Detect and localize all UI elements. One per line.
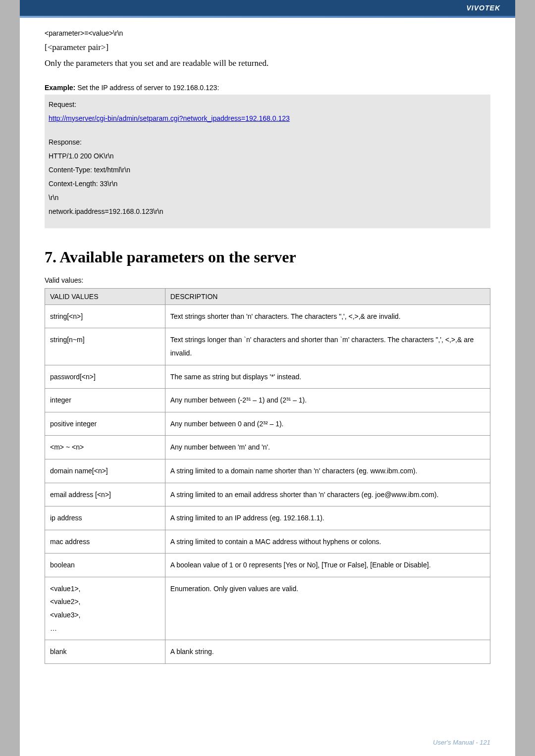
table-row: booleanA boolean value of 1 or 0 represe… (45, 554, 490, 577)
col-header-description: DESCRIPTION (165, 288, 490, 304)
request-label: Request: (49, 98, 486, 111)
cell-valid-value: positive integer (45, 412, 165, 436)
cell-description: A string limited to an IP address (eg. 1… (165, 506, 490, 530)
cell-valid-value: ip address (45, 506, 165, 530)
example-rest: Set the IP address of server to 192.168.… (75, 84, 219, 92)
table-header-row: VALID VALUES DESCRIPTION (45, 288, 490, 304)
response-line: Context-Length: 33\r\n (49, 177, 486, 191)
cell-valid-value: domain name[<n>] (45, 459, 165, 483)
footer-text: User's Manual - 121 (433, 739, 490, 746)
body-text: [<parameter pair>] (45, 41, 490, 54)
cell-description: The same as string but displays '*' inst… (165, 365, 490, 389)
cell-description: A blank string. (165, 640, 490, 664)
content-area: <parameter>=<value>\r\n [<parameter pair… (20, 18, 515, 694)
table-row: integerAny number between (-2³¹ – 1) and… (45, 389, 490, 412)
valid-values-label: Valid values: (45, 276, 490, 284)
cell-valid-value: <m> ~ <n> (45, 436, 165, 459)
cell-description: A string limited to a domain name shorte… (165, 459, 490, 483)
cell-valid-value: password[<n>] (45, 365, 165, 389)
header-bar: VIVOTEK (20, 0, 515, 16)
cell-description: Any number between 0 and (2³² – 1). (165, 412, 490, 436)
table-row: mac addressA string limited to contain a… (45, 530, 490, 554)
cell-valid-value: string[<n>] (45, 304, 165, 328)
cell-valid-value: <value1>, <value2>, <value3>, … (45, 577, 165, 640)
request-url-link[interactable]: http://myserver/cgi-bin/admin/setparam.c… (49, 114, 290, 122)
response-line: \r\n (49, 191, 486, 204)
page: VIVOTEK <parameter>=<value>\r\n [<parame… (20, 0, 515, 756)
table-row: <value1>, <value2>, <value3>, …Enumerati… (45, 577, 490, 640)
table-row: string[<n>]Text strings shorter than 'n'… (45, 304, 490, 328)
cell-description: Any number between (-2³¹ – 1) and (2³¹ –… (165, 389, 490, 412)
cell-valid-value: mac address (45, 530, 165, 554)
spacer (49, 125, 486, 135)
cell-valid-value: blank (45, 640, 165, 664)
table-row: <m> ~ <n>Any number between 'm' and 'n'. (45, 436, 490, 459)
table-row: blankA blank string. (45, 640, 490, 664)
valid-values-table: VALID VALUES DESCRIPTION string[<n>]Text… (45, 288, 490, 664)
response-label: Response: (49, 135, 486, 149)
code-line: <parameter>=<value>\r\n (45, 28, 490, 39)
col-header-valid: VALID VALUES (45, 288, 165, 304)
table-row: positive integerAny number between 0 and… (45, 412, 490, 436)
cell-description: Text strings shorter than 'n' characters… (165, 304, 490, 328)
table-row: email address [<n>]A string limited to a… (45, 483, 490, 506)
response-line: network.ipaddress=192.168.0.123\r\n (49, 204, 486, 218)
cell-valid-value: boolean (45, 554, 165, 577)
table-row: domain name[<n>]A string limited to a do… (45, 459, 490, 483)
table-row: password[<n>]The same as string but disp… (45, 365, 490, 389)
cell-description: Enumeration. Only given values are valid… (165, 577, 490, 640)
cell-valid-value: email address [<n>] (45, 483, 165, 506)
body-text: Only the parameters that you set and are… (45, 56, 490, 70)
response-line: Content-Type: text/html\r\n (49, 163, 486, 177)
table-row: ip addressA string limited to an IP addr… (45, 506, 490, 530)
example-box: Request: http://myserver/cgi-bin/admin/s… (45, 95, 490, 228)
brand-label: VIVOTEK (467, 4, 500, 12)
section-title: 7. Available parameters on the server (45, 248, 490, 266)
cell-valid-value: string[n~m] (45, 328, 165, 365)
cell-description: Text strings longer than `n' characters … (165, 328, 490, 365)
cell-description: A string limited to contain a MAC addres… (165, 530, 490, 554)
response-line: HTTP/1.0 200 OK\r\n (49, 149, 486, 163)
example-bold: Example: (45, 84, 75, 92)
cell-description: Any number between 'm' and 'n'. (165, 436, 490, 459)
example-label: Example: Set the IP address of server to… (45, 84, 490, 92)
table-row: string[n~m]Text strings longer than `n' … (45, 328, 490, 365)
cell-description: A boolean value of 1 or 0 represents [Ye… (165, 554, 490, 577)
cell-valid-value: integer (45, 389, 165, 412)
cell-description: A string limited to an email address sho… (165, 483, 490, 506)
